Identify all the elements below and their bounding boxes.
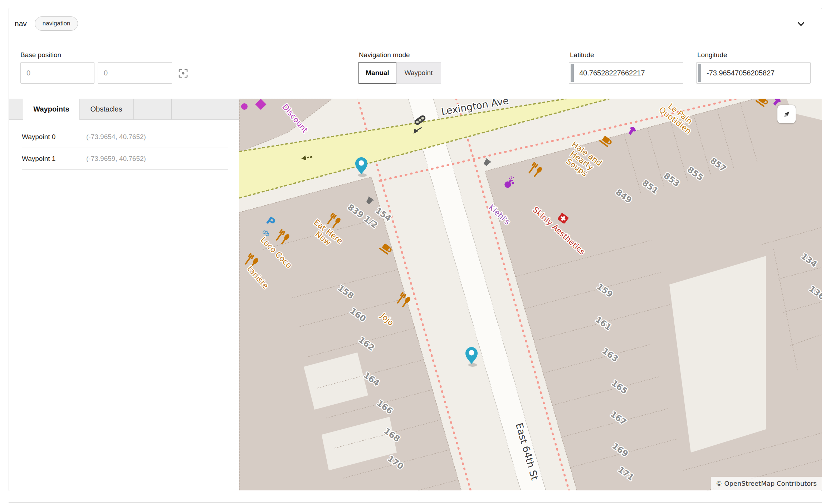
longitude-field bbox=[696, 62, 811, 84]
compass-needle-icon bbox=[781, 109, 792, 120]
base-position-y-input[interactable] bbox=[98, 62, 172, 84]
navigation-card: nav navigation Base position Navigation … bbox=[9, 8, 822, 491]
waypoint-name: Waypoint 0 bbox=[22, 133, 86, 141]
waypoint-list: Waypoint 0(-73.9654, 40.7652)Waypoint 1(… bbox=[22, 126, 228, 170]
card-header: nav navigation bbox=[9, 8, 822, 39]
map-svg: P839 1/215415816016216416616817015916116… bbox=[239, 99, 822, 490]
page: { "header": { "title": "nav", "badge": "… bbox=[0, 0, 835, 504]
longitude-input[interactable] bbox=[696, 62, 811, 84]
latitude-field bbox=[569, 62, 683, 84]
latitude-label: Latitude bbox=[570, 51, 594, 59]
collapse-button[interactable] bbox=[793, 16, 809, 32]
longitude-drag-bar[interactable] bbox=[698, 64, 701, 82]
dot-icon bbox=[241, 103, 248, 110]
longitude-label: Longitude bbox=[697, 51, 727, 59]
compass-button[interactable] bbox=[777, 105, 796, 123]
next-section-divider bbox=[9, 502, 822, 503]
tab-separator bbox=[171, 99, 172, 119]
waypoint-row[interactable]: Waypoint 0(-73.9654, 40.7652) bbox=[22, 126, 228, 148]
tab-obstacles[interactable]: Obstacles bbox=[79, 99, 133, 119]
navigation-badge: navigation bbox=[35, 16, 78, 31]
map-canvas[interactable]: P839 1/215415816016216416616817015916116… bbox=[239, 99, 822, 490]
map-attribution[interactable]: © OpenStreetMap Contributors bbox=[711, 477, 822, 490]
header-divider bbox=[9, 39, 822, 39]
tab-waypoints[interactable]: Waypoints bbox=[23, 99, 80, 120]
waypoint-coords: (-73.9659, 40.7652) bbox=[86, 155, 146, 163]
tab-strip: Waypoints Obstacles bbox=[9, 99, 239, 120]
waypoint-name: Waypoint 1 bbox=[22, 155, 86, 163]
waypoint-mode-button[interactable]: Waypoint bbox=[396, 62, 441, 84]
latitude-drag-bar[interactable] bbox=[571, 64, 574, 82]
waypoint-row[interactable]: Waypoint 1(-73.9659, 40.7652) bbox=[22, 148, 228, 170]
navigation-mode-label: Navigation mode bbox=[359, 51, 410, 59]
waypoint-coords: (-73.9654, 40.7652) bbox=[86, 133, 146, 141]
latitude-input[interactable] bbox=[569, 62, 683, 84]
base-position-x-input[interactable] bbox=[20, 62, 94, 84]
base-position-label: Base position bbox=[20, 51, 61, 59]
tab-separator bbox=[133, 99, 134, 119]
locate-base-button[interactable] bbox=[176, 68, 187, 79]
crosshair-icon bbox=[178, 68, 189, 79]
navigation-mode-toggle: Manual Waypoint bbox=[358, 62, 441, 84]
card-title: nav bbox=[15, 19, 27, 28]
manual-mode-button[interactable]: Manual bbox=[358, 62, 396, 84]
chevron-down-icon bbox=[795, 18, 807, 30]
